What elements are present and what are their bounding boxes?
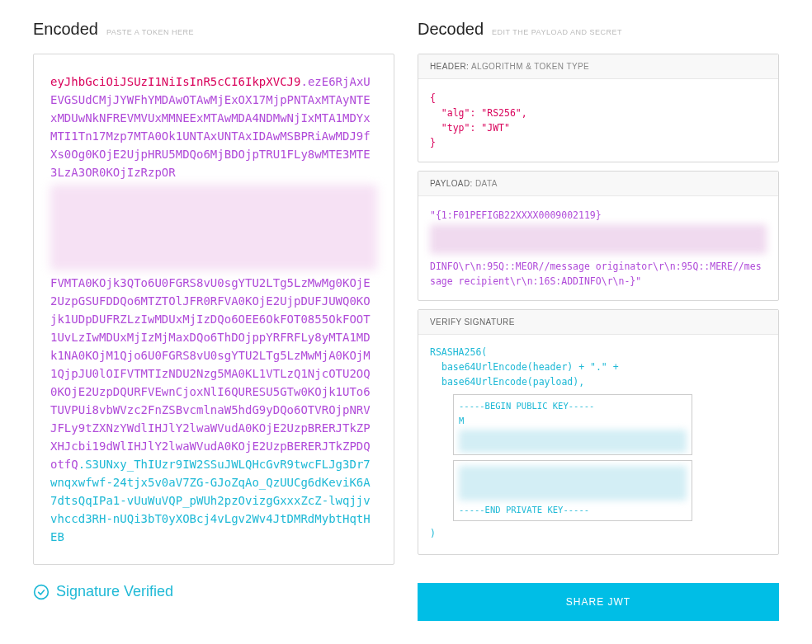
check-circle-icon xyxy=(33,584,50,600)
decoded-header-bar: HEADER: ALGORITHM & TOKEN TYPE xyxy=(418,54,778,79)
share-jwt-button[interactable]: SHARE JWT xyxy=(418,583,779,621)
payload-line-pre: "{1:F01PEFIGB22XXXX0009002119} xyxy=(430,209,602,221)
verify-bar: VERIFY SIGNATURE xyxy=(418,310,778,335)
encoded-hint: PASTE A TOKEN HERE xyxy=(106,28,194,36)
decoded-payload-bar: PAYLOAD: DATA xyxy=(418,172,778,196)
verify-body: RSASHA256( base64UrlEncode(header) + "."… xyxy=(418,335,778,554)
encoded-token-box[interactable]: eyJhbGciOiJSUzI1NiIsInR5cCI6IkpXVCJ9.ezE… xyxy=(33,54,394,565)
decoded-hint: EDIT THE PAYLOAD AND SECRET xyxy=(492,28,622,36)
payload-redacted xyxy=(430,224,767,254)
decoded-header-body[interactable]: { "alg": "RS256", "typ": "JWT" } xyxy=(418,79,778,162)
encoded-title: Encoded xyxy=(33,20,98,39)
private-key-textarea[interactable]: -----END PRIVATE KEY----- xyxy=(453,460,692,521)
jwt-payload-segment-post: FVMTA0KOjk3QTo6U0FGRS8vU0sgYTU2LTg5LzMwM… xyxy=(50,276,371,471)
privkey-redacted xyxy=(459,466,687,501)
verify-line-2: base64UrlEncode(payload), xyxy=(430,374,767,389)
pubkey-begin: -----BEGIN PUBLIC KEY----- xyxy=(459,398,687,413)
decoded-header-sub: ALGORITHM & TOKEN TYPE xyxy=(471,62,589,71)
verify-close: ) xyxy=(430,526,767,541)
pubkey-frag-m: M xyxy=(459,416,464,425)
jwt-header-segment: eyJhbGciOiJSUzI1NiIsInR5cCI6IkpXVCJ9 xyxy=(50,75,300,88)
decoded-payload-label: PAYLOAD: xyxy=(430,179,473,188)
privkey-end: -----END PRIVATE KEY----- xyxy=(459,502,687,517)
signature-status-text: Signature Verified xyxy=(56,583,173,600)
signature-status: Signature Verified xyxy=(33,583,394,600)
verify-line-1: base64UrlEncode(header) + "." + xyxy=(430,360,767,374)
svg-point-0 xyxy=(35,585,49,599)
redacted-band xyxy=(50,185,377,270)
pubkey-frag-end: Imxe7V0b xyxy=(459,454,687,455)
payload-line-post: DINFO\r\n:95Q::MEOR//message originator\… xyxy=(430,261,762,287)
verify-signature-section: VERIFY SIGNATURE RSASHA256( base64UrlEnc… xyxy=(418,309,779,555)
decoded-title: Decoded xyxy=(418,20,484,39)
decoded-payload-sub: DATA xyxy=(475,179,498,188)
decoded-header-section: HEADER: ALGORITHM & TOKEN TYPE { "alg": … xyxy=(418,54,779,162)
encoded-title-row: Encoded PASTE A TOKEN HERE xyxy=(33,20,394,39)
decoded-column: Decoded EDIT THE PAYLOAD AND SECRET HEAD… xyxy=(418,20,779,621)
public-key-textarea[interactable]: -----BEGIN PUBLIC KEY----- M Imxe7V0b xyxy=(453,394,692,455)
decoded-payload-body[interactable]: "{1:F01PEFIGB22XXXX0009002119} DINFO\r\n… xyxy=(418,196,778,300)
jwt-payload-segment-pre: ezE6RjAxUEVGSUdCMjJYWFhYMDAwOTAwMjExOX17… xyxy=(50,75,371,179)
main-columns: Encoded PASTE A TOKEN HERE eyJhbGciOiJSU… xyxy=(33,20,779,621)
decoded-payload-section: PAYLOAD: DATA "{1:F01PEFIGB22XXXX0009002… xyxy=(418,171,779,301)
verify-fn: RSASHA256( xyxy=(430,345,767,360)
decoded-header-label: HEADER: xyxy=(430,62,469,71)
verify-label: VERIFY SIGNATURE xyxy=(430,317,515,327)
jwt-signature-segment: S3UNxy_ThIUzr9IW2SSuJWLQHcGvR9twcFLJg3Dr… xyxy=(50,458,371,543)
encoded-column: Encoded PASTE A TOKEN HERE eyJhbGciOiJSU… xyxy=(33,20,394,621)
decoded-title-row: Decoded EDIT THE PAYLOAD AND SECRET xyxy=(418,20,779,39)
pubkey-redacted xyxy=(459,430,687,453)
